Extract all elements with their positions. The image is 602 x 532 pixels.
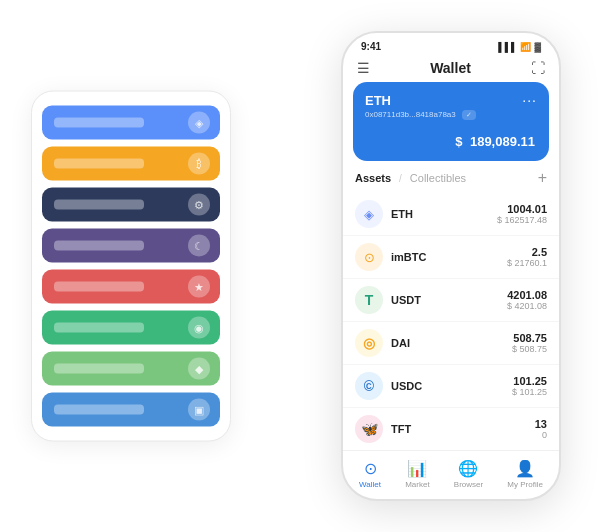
imbtc-usd: $ 21760.1	[507, 258, 547, 268]
asset-amounts-dai: 508.75 $ 508.75	[512, 332, 547, 354]
usdt-coin-icon: T	[355, 286, 383, 314]
asset-row-dai[interactable]: ◎ DAI 508.75 $ 508.75	[343, 322, 559, 365]
eth-card-title: ETH	[365, 93, 391, 108]
tft-usd: 0	[535, 430, 547, 440]
status-icons: ▌▌▌ 📶 ▓	[498, 42, 541, 52]
usdt-amount: 4201.08	[507, 289, 547, 301]
card-label	[54, 364, 144, 374]
asset-name-imbtc: imBTC	[391, 251, 507, 263]
wifi-icon: 📶	[520, 42, 531, 52]
star-icon: ★	[188, 276, 210, 298]
list-item[interactable]: ◉	[42, 311, 220, 345]
status-bar: 9:41 ▌▌▌ 📶 ▓	[343, 33, 559, 56]
eth-icon: ◈	[188, 112, 210, 134]
battery-icon: ▓	[534, 42, 541, 52]
asset-amounts-eth: 1004.01 $ 162517.48	[497, 203, 547, 225]
square-icon: ▣	[188, 399, 210, 421]
list-item[interactable]: ₿	[42, 147, 220, 181]
nav-wallet[interactable]: ⊙ Wallet	[359, 459, 381, 489]
list-item[interactable]: ☾	[42, 229, 220, 263]
verified-badge: ✓	[462, 110, 476, 120]
asset-row-usdc[interactable]: © USDC 101.25 $ 101.25	[343, 365, 559, 408]
list-item[interactable]: ▣	[42, 393, 220, 427]
nav-bar: ☰ Wallet ⛶	[343, 56, 559, 82]
asset-row-imbtc[interactable]: ⊙ imBTC 2.5 $ 21760.1	[343, 236, 559, 279]
scene: ◈ ₿ ⚙ ☾ ★ ◉ ◆ ▣	[11, 11, 591, 521]
tft-coin-icon: 🦋	[355, 415, 383, 443]
asset-name-usdc: USDC	[391, 380, 512, 392]
imbtc-amount: 2.5	[507, 246, 547, 258]
list-item[interactable]: ◆	[42, 352, 220, 386]
dai-amount: 508.75	[512, 332, 547, 344]
list-item[interactable]: ★	[42, 270, 220, 304]
list-item[interactable]: ◈	[42, 106, 220, 140]
gear-icon: ⚙	[188, 194, 210, 216]
wallet-nav-label: Wallet	[359, 480, 381, 489]
imbtc-coin-icon: ⊙	[355, 243, 383, 271]
browser-nav-label: Browser	[454, 480, 483, 489]
signal-icon: ▌▌▌	[498, 42, 517, 52]
tab-collectibles[interactable]: Collectibles	[410, 172, 466, 184]
asset-name-eth: ETH	[391, 208, 497, 220]
page-title: Wallet	[430, 60, 471, 76]
usdc-amount: 101.25	[512, 375, 547, 387]
asset-amounts-usdc: 101.25 $ 101.25	[512, 375, 547, 397]
asset-name-dai: DAI	[391, 337, 512, 349]
market-nav-label: Market	[405, 480, 429, 489]
eth-card-amount: $ 189,089.11	[365, 128, 537, 151]
tab-assets[interactable]: Assets	[355, 172, 391, 184]
card-stack: ◈ ₿ ⚙ ☾ ★ ◉ ◆ ▣	[31, 91, 231, 442]
asset-name-usdt: USDT	[391, 294, 507, 306]
circle-icon: ◉	[188, 317, 210, 339]
asset-amounts-imbtc: 2.5 $ 21760.1	[507, 246, 547, 268]
card-label	[54, 282, 144, 292]
market-nav-icon: 📊	[407, 459, 427, 478]
dai-usd: $ 508.75	[512, 344, 547, 354]
dollar-sign: $	[455, 134, 462, 149]
asset-row-eth[interactable]: ◈ ETH 1004.01 $ 162517.48	[343, 193, 559, 236]
add-asset-button[interactable]: +	[538, 169, 547, 187]
expand-icon[interactable]: ⛶	[531, 60, 545, 76]
moon-icon: ☾	[188, 235, 210, 257]
assets-header: Assets / Collectibles +	[343, 169, 559, 193]
asset-name-tft: TFT	[391, 423, 535, 435]
list-item[interactable]: ⚙	[42, 188, 220, 222]
btc-icon: ₿	[188, 153, 210, 175]
usdc-usd: $ 101.25	[512, 387, 547, 397]
card-label	[54, 241, 144, 251]
wallet-nav-icon: ⊙	[364, 459, 377, 478]
eth-card[interactable]: ETH ··· 0x08711d3b...8418a78a3 ✓ $ 189,0…	[353, 82, 549, 161]
nav-market[interactable]: 📊 Market	[405, 459, 429, 489]
card-label	[54, 159, 144, 169]
nav-browser[interactable]: 🌐 Browser	[454, 459, 483, 489]
asset-list: ◈ ETH 1004.01 $ 162517.48 ⊙ imBTC 2.5 $ …	[343, 193, 559, 450]
card-label	[54, 200, 144, 210]
eth-usd: $ 162517.48	[497, 215, 547, 225]
assets-tabs: Assets / Collectibles	[355, 172, 466, 184]
tft-amount: 13	[535, 418, 547, 430]
profile-nav-icon: 👤	[515, 459, 535, 478]
diamond-icon: ◆	[188, 358, 210, 380]
asset-row-usdt[interactable]: T USDT 4201.08 $ 4201.08	[343, 279, 559, 322]
card-label	[54, 323, 144, 333]
status-time: 9:41	[361, 41, 381, 52]
dai-coin-icon: ◎	[355, 329, 383, 357]
asset-amounts-tft: 13 0	[535, 418, 547, 440]
nav-profile[interactable]: 👤 My Profile	[507, 459, 543, 489]
phone-mockup: 9:41 ▌▌▌ 📶 ▓ ☰ Wallet ⛶ ETH ··· 0x08711d…	[341, 31, 561, 501]
bottom-nav: ⊙ Wallet 📊 Market 🌐 Browser 👤 My Profile	[343, 450, 559, 499]
eth-card-menu[interactable]: ···	[522, 92, 537, 108]
profile-nav-label: My Profile	[507, 480, 543, 489]
usdc-coin-icon: ©	[355, 372, 383, 400]
menu-icon[interactable]: ☰	[357, 60, 370, 76]
eth-amount: 1004.01	[497, 203, 547, 215]
tab-separator: /	[399, 173, 402, 184]
browser-nav-icon: 🌐	[458, 459, 478, 478]
card-label	[54, 118, 144, 128]
asset-row-tft[interactable]: 🦋 TFT 13 0	[343, 408, 559, 450]
eth-card-header: ETH ···	[365, 92, 537, 108]
asset-amounts-usdt: 4201.08 $ 4201.08	[507, 289, 547, 311]
usdt-usd: $ 4201.08	[507, 301, 547, 311]
eth-coin-icon: ◈	[355, 200, 383, 228]
eth-card-address: 0x08711d3b...8418a78a3 ✓	[365, 110, 537, 120]
